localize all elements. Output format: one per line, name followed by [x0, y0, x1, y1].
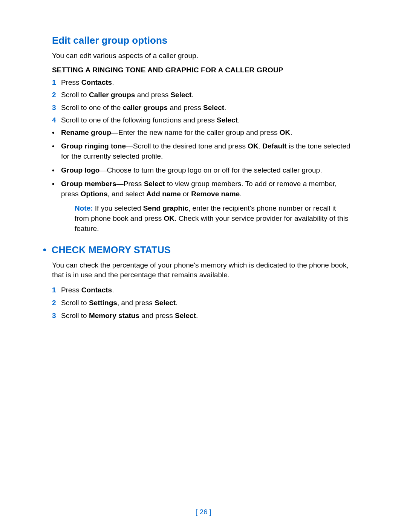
- bullet-icon: •: [52, 179, 61, 199]
- step-item: 2 Scroll to Caller groups and press Sele…: [52, 90, 355, 100]
- step-text: Scroll to Caller groups and press Select…: [61, 90, 355, 100]
- step-number: 1: [52, 77, 61, 88]
- bullet-icon: •: [52, 165, 61, 176]
- section1-intro: You can edit various aspects of a caller…: [52, 51, 355, 61]
- step-item: 1 Press Contacts.: [52, 77, 355, 88]
- bullet-item: • Group members—Press Select to view gro…: [52, 179, 355, 199]
- step-item: 3 Scroll to one of the caller groups and…: [52, 102, 355, 113]
- step-number: 3: [52, 102, 61, 113]
- step-number: 4: [52, 115, 61, 125]
- section-title-check-memory: CHECK MEMORY STATUS: [52, 245, 171, 255]
- section1-bullets: • Rename group—Enter the new name for th…: [52, 128, 355, 199]
- bullet-text: Group members—Press Select to view group…: [61, 179, 355, 199]
- page-number: [ 26 ]: [0, 508, 407, 516]
- bullet-icon: •: [52, 141, 61, 161]
- section1-subhead: SETTING A RINGING TONE AND GRAPHIC FOR A…: [52, 66, 355, 74]
- section-title-edit-caller-group: Edit caller group options: [52, 35, 355, 46]
- step-item: 1 Press Contacts.: [52, 285, 355, 295]
- note-block: Note: If you selected Send graphic, ente…: [75, 203, 355, 234]
- bullet-item: • Rename group—Enter the new name for th…: [52, 128, 355, 138]
- step-number: 2: [52, 298, 61, 308]
- bullet-icon: •: [52, 128, 61, 138]
- step-item: 4 Scroll to one of the following functio…: [52, 115, 355, 125]
- step-text: Scroll to one of the caller groups and p…: [61, 102, 355, 113]
- note-label: Note:: [75, 204, 93, 212]
- bullet-item: • Group logo—Choose to turn the group lo…: [52, 165, 355, 176]
- bullet-text: Rename group—Enter the new name for the …: [61, 128, 355, 138]
- document-page: Edit caller group options You can edit v…: [0, 0, 407, 321]
- bullet-item: • Group ringing tone—Scroll to the desir…: [52, 141, 355, 161]
- bullet-text: Group logo—Choose to turn the group logo…: [61, 165, 355, 176]
- section2-header: • CHECK MEMORY STATUS: [52, 244, 355, 256]
- section2-steps: 1 Press Contacts. 2 Scroll to Settings, …: [52, 285, 355, 321]
- step-number: 2: [52, 90, 61, 100]
- section1-steps: 1 Press Contacts. 2 Scroll to Caller gro…: [52, 77, 355, 125]
- section2-intro: You can check the percentage of your pho…: [52, 260, 355, 280]
- step-number: 3: [52, 310, 61, 321]
- step-number: 1: [52, 285, 61, 295]
- step-text: Press Contacts.: [61, 285, 355, 295]
- step-text: Scroll to Settings, and press Select.: [61, 298, 355, 308]
- step-item: 3 Scroll to Memory status and press Sele…: [52, 310, 355, 321]
- section-bullet-icon: •: [43, 244, 46, 256]
- bullet-text: Group ringing tone—Scroll to the desired…: [61, 141, 355, 161]
- step-item: 2 Scroll to Settings, and press Select.: [52, 298, 355, 308]
- step-text: Press Contacts.: [61, 77, 355, 88]
- step-text: Scroll to Memory status and press Select…: [61, 310, 355, 321]
- step-text: Scroll to one of the following functions…: [61, 115, 355, 125]
